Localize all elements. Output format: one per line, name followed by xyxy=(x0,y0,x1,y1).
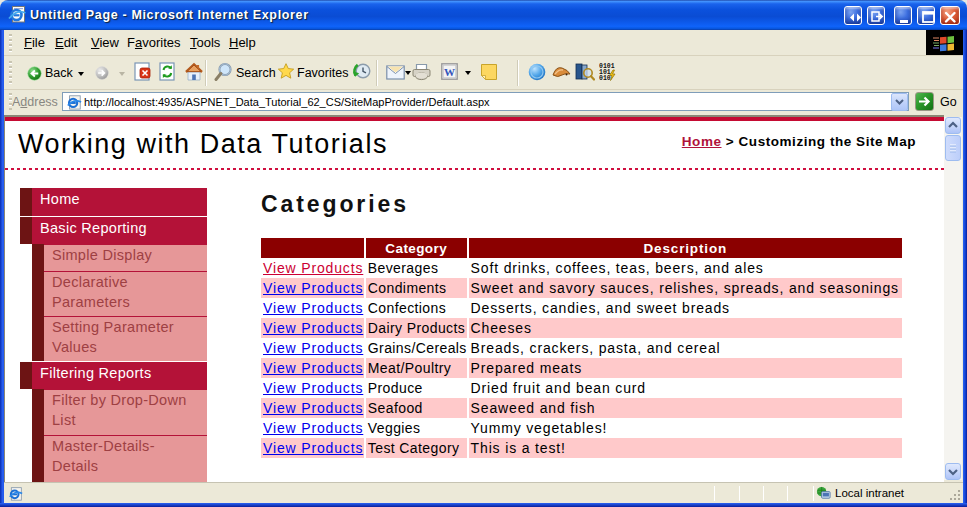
svg-text:W: W xyxy=(444,66,455,78)
svg-text:010: 010 xyxy=(599,75,611,82)
